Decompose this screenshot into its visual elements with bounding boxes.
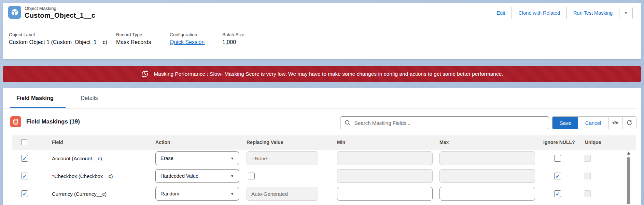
cancel-button[interactable]: Cancel bbox=[578, 117, 608, 129]
action-select[interactable]: Erase▼ bbox=[155, 151, 239, 165]
replacing-value-input: --None-- bbox=[247, 151, 318, 165]
col-header-unique: Unique bbox=[585, 135, 601, 149]
field-label: Batch Size bbox=[222, 32, 244, 37]
refresh-button[interactable] bbox=[622, 117, 636, 129]
check-icon: ✓ bbox=[556, 191, 560, 196]
chevron-down-icon: ▼ bbox=[230, 192, 234, 196]
max-input bbox=[439, 151, 535, 165]
field-name: Account (Account__c) bbox=[52, 156, 102, 161]
col-header-max: Max bbox=[439, 135, 449, 149]
min-input[interactable] bbox=[337, 187, 433, 201]
more-actions-button[interactable]: ▼ bbox=[619, 7, 632, 19]
field-value: Custom Object 1 (Custom_Object_1__c) bbox=[9, 39, 107, 45]
table-row: ✓Account (Account__c)Erase▼--None-- bbox=[12, 149, 636, 167]
col-header-action: Action bbox=[155, 135, 170, 149]
field-value: Mask Records bbox=[116, 39, 151, 45]
check-icon: ✓ bbox=[556, 174, 560, 179]
header-action-group: Edit Clone with Related Run Test Masking… bbox=[490, 7, 633, 19]
action-select[interactable]: Hardcoded Value▼ bbox=[155, 169, 239, 183]
check-icon: ✓ bbox=[23, 191, 27, 196]
field-name: Currency (Currency__c) bbox=[52, 191, 107, 197]
field-masking-table: Field Action Replacing Value Min Max Ign… bbox=[12, 135, 636, 205]
ignore-null-checkbox[interactable]: ✓ bbox=[554, 190, 561, 197]
detail-batch-size: Batch Size 1,000 bbox=[222, 32, 244, 45]
field-value: 1,000 bbox=[222, 39, 244, 45]
search-input[interactable] bbox=[354, 120, 549, 126]
replacing-value-input-text: Auto-Generated bbox=[251, 191, 288, 197]
scroll-up-arrow-icon[interactable] bbox=[627, 152, 630, 155]
chevron-down-icon: ▼ bbox=[624, 11, 628, 15]
database-icon bbox=[12, 118, 20, 126]
replacing-value-input-text: --None-- bbox=[251, 156, 270, 161]
run-test-masking-button[interactable]: Run Test Masking bbox=[566, 7, 619, 19]
vertical-scrollbar[interactable] bbox=[626, 150, 631, 205]
tab-details[interactable]: Details bbox=[81, 88, 98, 108]
row-select-checkbox[interactable]: ✓ bbox=[21, 173, 28, 179]
masking-performance-alert: Masking Performance : Slow- Masking Scor… bbox=[3, 66, 641, 82]
max-input[interactable] bbox=[439, 187, 535, 201]
table-body: ✓Account (Account__c)Erase▼--None--✓*Che… bbox=[12, 149, 636, 205]
detail-object-label: Object Label Custom Object 1 (Custom_Obj… bbox=[9, 32, 107, 45]
search-icon bbox=[345, 120, 351, 126]
save-button-group: Save Cancel bbox=[552, 116, 636, 129]
entity-label: Object Masking bbox=[25, 6, 56, 11]
custom-object-icon bbox=[8, 6, 21, 19]
field-maskings-icon bbox=[10, 116, 21, 127]
action-select[interactable]: Random▼ bbox=[155, 187, 239, 201]
check-icon: ✓ bbox=[23, 156, 27, 161]
ignore-null-checkbox[interactable] bbox=[554, 155, 561, 162]
min-input bbox=[337, 169, 433, 183]
page-title: Custom_Object_1__c bbox=[25, 12, 95, 19]
divider bbox=[3, 24, 641, 24]
clone-with-related-button[interactable]: Clone with Related bbox=[512, 7, 566, 19]
action-select-value: Random bbox=[160, 191, 230, 196]
required-asterisk: * bbox=[52, 173, 54, 179]
chevron-down-icon: ▼ bbox=[230, 157, 234, 160]
edit-button[interactable]: Edit bbox=[490, 7, 512, 19]
unique-checkbox bbox=[584, 173, 591, 179]
configuration-link[interactable]: Quick Session bbox=[170, 39, 205, 45]
table-row: ✓*Checkbox (Checkbox__c)Hardcoded Value▼… bbox=[12, 167, 636, 185]
select-all-checkbox[interactable] bbox=[21, 139, 27, 145]
page: { "header": { "entity_label": "Object Ma… bbox=[0, 0, 644, 205]
col-header-min: Min bbox=[337, 135, 345, 149]
tab-bar-border bbox=[3, 108, 636, 108]
eye-icon bbox=[612, 120, 619, 125]
col-header-ignore-null: Ignore NULL? bbox=[543, 135, 575, 149]
cube-icon bbox=[10, 7, 20, 17]
tab-field-masking[interactable]: Field Masking bbox=[16, 88, 54, 108]
check-icon: ✓ bbox=[23, 174, 27, 179]
clock-refresh-icon bbox=[140, 70, 149, 78]
field-label: Configuration bbox=[170, 32, 205, 37]
col-header-field: Field bbox=[52, 135, 63, 149]
field-label: Object Label bbox=[9, 32, 107, 37]
detail-record-type: Record Type Mask Records bbox=[116, 32, 151, 45]
unique-checkbox bbox=[584, 190, 591, 197]
scrollbar-thumb[interactable] bbox=[627, 157, 630, 204]
table-row: ▼ bbox=[12, 203, 636, 205]
field-label: Record Type bbox=[116, 32, 151, 37]
field-name: *Checkbox (Checkbox__c) bbox=[52, 173, 113, 179]
search-box bbox=[340, 116, 549, 129]
record-header-card: Object Masking Custom_Object_1__c Edit C… bbox=[3, 3, 641, 59]
detail-configuration: Configuration Quick Session bbox=[170, 32, 205, 45]
replacing-value-input: Auto-Generated bbox=[247, 187, 318, 201]
alert-message: Masking Performance : Slow- Masking Scor… bbox=[154, 71, 503, 77]
row-select-checkbox[interactable]: ✓ bbox=[21, 190, 28, 197]
table-row: ✓Currency (Currency__c)Random▼Auto-Gener… bbox=[12, 185, 636, 203]
row-select-checkbox[interactable]: ✓ bbox=[21, 155, 28, 162]
preview-button[interactable] bbox=[608, 117, 622, 129]
tab-bar: Field Masking Details bbox=[3, 88, 641, 108]
action-select-value: Erase bbox=[160, 156, 230, 161]
min-input bbox=[337, 151, 433, 165]
col-header-replacing-value: Replacing Value bbox=[247, 135, 283, 149]
ignore-null-checkbox[interactable]: ✓ bbox=[554, 173, 561, 179]
chevron-down-icon: ▼ bbox=[230, 174, 234, 178]
table-header-row: Field Action Replacing Value Min Max Ign… bbox=[12, 135, 636, 149]
action-select-value: Hardcoded Value bbox=[160, 173, 230, 179]
field-masking-card: Field Masking Details Field Maskings (19… bbox=[3, 88, 641, 205]
max-input bbox=[439, 169, 535, 183]
replacing-value-checkbox[interactable] bbox=[248, 173, 255, 179]
save-button[interactable]: Save bbox=[552, 117, 578, 129]
unique-checkbox bbox=[584, 155, 591, 162]
